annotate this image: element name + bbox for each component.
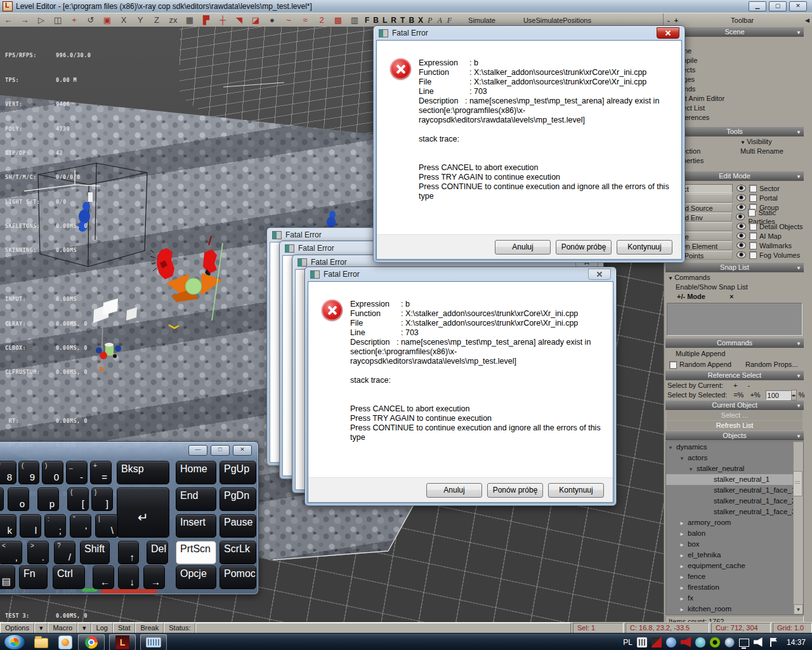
ref-plus-pct-button[interactable]: +%: [750, 390, 760, 400]
clone-a-icon[interactable]: ▩: [331, 14, 346, 27]
ref-eq-pct-button[interactable]: =%: [733, 390, 743, 400]
tree-item[interactable]: stalker_neutral_1_face_2: [666, 496, 804, 507]
visibility-eye-icon[interactable]: [737, 232, 746, 239]
edit-mode-checkbox[interactable]: Wallmarks: [749, 241, 792, 250]
section-header-reference-select[interactable]: Reference Select: [665, 371, 804, 380]
scene-command[interactable]: Preferences: [665, 113, 804, 123]
statusbar-button[interactable]: Break: [135, 623, 164, 633]
tray-volume-icon[interactable]: [754, 637, 764, 647]
osk-key[interactable]: < ,: [0, 541, 22, 564]
tree-item[interactable]: stalker_neutral: [666, 463, 804, 474]
view-letter-button[interactable]: R: [391, 16, 396, 25]
osk-key[interactable]: p: [37, 488, 59, 511]
view-letter-button[interactable]: F: [365, 16, 369, 25]
scene-command[interactable]: Sounds: [665, 84, 804, 94]
language-indicator[interactable]: PL: [623, 638, 632, 647]
curve-2-icon[interactable]: 2: [314, 14, 329, 27]
tray-update-icon[interactable]: [666, 637, 676, 647]
nav-forward-icon[interactable]: →: [17, 14, 32, 27]
projection-letter-button[interactable]: A: [437, 16, 442, 25]
view-letter-button[interactable]: X: [418, 16, 423, 25]
random-append-checkbox[interactable]: [669, 361, 677, 369]
tools-command[interactable]: Multi Rename: [734, 147, 804, 156]
tray-network-icon[interactable]: [739, 639, 749, 647]
osk-key[interactable]: Pomoc: [219, 566, 256, 589]
visibility-eye-icon[interactable]: [737, 242, 746, 249]
osk-key[interactable]: ↵: [117, 488, 169, 538]
dialog-button[interactable]: Ponów próbę: [487, 483, 543, 498]
rotate-tool-icon[interactable]: ↺: [83, 14, 98, 27]
osk-close-icon[interactable]: ✕: [233, 445, 252, 456]
tree-item[interactable]: stalker_neutral_1_face_1: [666, 485, 804, 496]
panel-collapse-icon[interactable]: ◀: [805, 17, 809, 23]
statusbar-button[interactable]: Status:: [164, 623, 195, 633]
osk-key[interactable]: ScrLk: [219, 541, 256, 564]
panel-zoom-buttons[interactable]: - +: [667, 17, 679, 24]
close-icon[interactable]: [657, 27, 679, 39]
scene-command[interactable]: Compile: [665, 56, 804, 65]
refresh-list-button[interactable]: Refresh List: [667, 421, 802, 430]
osk-key[interactable]: ↓: [118, 566, 139, 589]
osk-key[interactable]: ←: [93, 566, 114, 589]
dialog-titlebar[interactable]: Fatal Error: [374, 26, 684, 40]
checkbox-icon[interactable]: [748, 209, 756, 216]
visibility-eye-icon[interactable]: [737, 204, 746, 211]
osk-key[interactable]: Pause: [219, 514, 256, 538]
grid-snap-icon[interactable]: ┼: [215, 14, 230, 27]
visibility-eye-icon[interactable]: [737, 185, 746, 192]
osk-key[interactable]: ▤: [0, 566, 15, 589]
osk-key[interactable]: ↑: [118, 541, 139, 564]
tree-item[interactable]: armory_room: [666, 517, 799, 528]
axis-y-icon[interactable]: Y: [133, 14, 148, 27]
snap-commands-button[interactable]: Commands: [665, 273, 804, 282]
dialog-button[interactable]: Anuluj: [495, 240, 551, 255]
ref-percent-input[interactable]: [766, 390, 791, 400]
checkbox-icon[interactable]: [749, 223, 757, 230]
snap-enable-button[interactable]: Enable/Show Snap List: [665, 282, 804, 292]
move-tool-icon[interactable]: +: [67, 14, 82, 27]
osk-key[interactable]: | \: [95, 514, 118, 538]
minimize-button[interactable]: ▁: [749, 1, 766, 11]
close-button[interactable]: ✕: [789, 1, 807, 11]
edit-mode-checkbox[interactable]: Sector: [749, 184, 780, 193]
level-editor-taskbar-button[interactable]: L: [109, 634, 136, 650]
maximize-button[interactable]: ▢: [769, 1, 787, 11]
osk-key[interactable]: Shift: [80, 541, 110, 564]
tree-item[interactable]: box: [666, 539, 799, 550]
scene-command[interactable]: Scene: [665, 46, 804, 56]
curve-b-icon[interactable]: ≈: [298, 14, 313, 27]
osk-minimize-icon[interactable]: —: [188, 445, 207, 456]
axis-zx-icon[interactable]: zx: [166, 14, 181, 27]
scene-command[interactable]: Light Anim Editor: [665, 94, 804, 103]
snap-clear-icon[interactable]: ×: [730, 293, 733, 300]
osk-titlebar[interactable]: — □ ✕: [0, 442, 258, 458]
edit-mode-checkbox[interactable]: AI Map: [749, 232, 782, 241]
section-header-current-object[interactable]: Current Object: [665, 401, 804, 410]
paint-icon[interactable]: ●: [265, 14, 280, 27]
osk-key[interactable]: { [: [67, 488, 89, 511]
ref-plus-button[interactable]: +: [733, 381, 737, 390]
osk-key[interactable]: →: [143, 566, 165, 589]
dialog-button[interactable]: Anuluj: [426, 483, 482, 498]
scroll-down-icon[interactable]: ▼: [794, 604, 803, 614]
csg-a-icon[interactable]: ◥: [232, 14, 247, 27]
osk-key[interactable]: * 8: [0, 461, 16, 484]
tree-item[interactable]: balon: [666, 528, 799, 539]
osk-key[interactable]: Home: [176, 461, 216, 484]
close-icon[interactable]: [588, 269, 611, 280]
tree-item[interactable]: el_tehnika: [666, 550, 799, 560]
dialog-button[interactable]: Kontynuuj: [548, 483, 604, 498]
osk-key[interactable]: o: [8, 488, 29, 511]
section-header-scene[interactable]: Scene: [665, 27, 804, 37]
view-letter-button[interactable]: B: [373, 16, 379, 25]
tray-keyboard-icon[interactable]: [637, 637, 647, 647]
statusbar-button[interactable]: Macro: [48, 623, 77, 633]
section-header-snap-list[interactable]: Snap List: [665, 263, 804, 272]
osk-key[interactable]: Del: [147, 541, 168, 564]
dialog-button[interactable]: Ponów próbę: [556, 240, 612, 255]
visibility-eye-icon[interactable]: [737, 251, 746, 258]
osk-key[interactable]: ? /: [54, 541, 75, 564]
multiple-append-button[interactable]: Multiple Append: [665, 348, 804, 359]
tree-item[interactable]: actors: [666, 453, 799, 463]
tree-item[interactable]: fx: [666, 593, 799, 604]
